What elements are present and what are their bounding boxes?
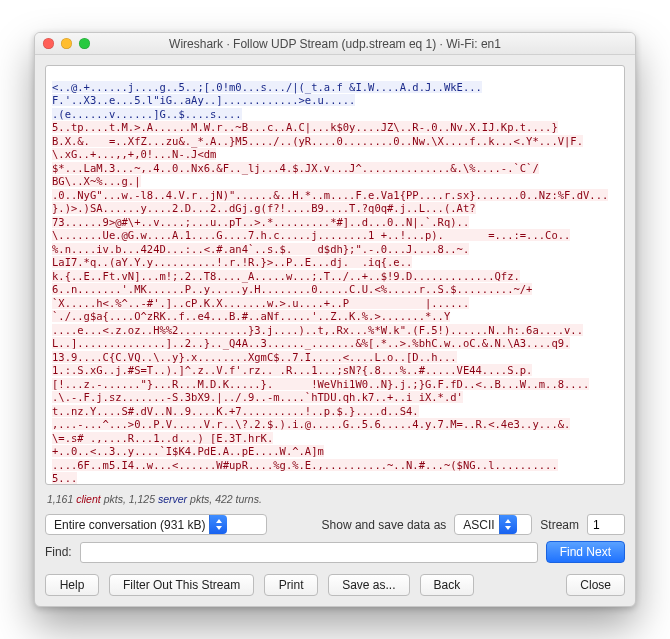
stream-line: +..0..<..3..y....`I$K4.PdE.A..pE....W.^.… bbox=[52, 445, 324, 457]
stream-line: }.)>.)SA......y....2.D...2..dGj.g(f?!...… bbox=[52, 202, 476, 214]
zoom-window-icon[interactable] bbox=[79, 38, 90, 49]
window-title: Wireshark · Follow UDP Stream (udp.strea… bbox=[169, 37, 501, 51]
print-button[interactable]: Print bbox=[264, 574, 318, 596]
stream-line: 1.:.S.xG..j.#S=T..).]^.z..V.f'.rz.. .R..… bbox=[52, 364, 532, 376]
stream-number-input[interactable] bbox=[587, 514, 625, 535]
help-button[interactable]: Help bbox=[45, 574, 99, 596]
packet-stats: 1,161 client pkts, 1,125 server pkts, 42… bbox=[47, 493, 623, 505]
close-window-icon[interactable] bbox=[43, 38, 54, 49]
stream-line: 5... bbox=[52, 472, 77, 484]
stream-line: \=.s# .,....R...1..d...) [E.3T.hrK. bbox=[52, 432, 273, 444]
stream-line: `X.....h<.%^..-#'.]..cP.K.X.......w.>.u.… bbox=[52, 297, 469, 309]
close-button[interactable]: Close bbox=[566, 574, 625, 596]
stream-line: ....e...<.z.oz..H%%2...........}3.j....)… bbox=[52, 324, 583, 336]
save-as-button[interactable]: Save as... bbox=[328, 574, 409, 596]
stream-line: L..]..............]..2..}.._Q4A..3......… bbox=[52, 337, 570, 349]
find-next-button[interactable]: Find Next bbox=[546, 541, 625, 563]
stream-line: ,...-...^...>0..P.V.....V.r..\?.2.$.).i.… bbox=[52, 418, 570, 430]
stream-dump-text: <..@.+......j....g..5..;[.0!m0...s.../|(… bbox=[52, 81, 618, 486]
stream-line: t..nz.Y....S#.dV..N..9....K.+7..........… bbox=[52, 405, 419, 417]
stream-line: B.X.&. =..XfZ...zu&._*.A..}M5..../..(yR.… bbox=[52, 135, 583, 147]
stream-line: .(e......v......]G..$....s.... bbox=[52, 108, 242, 120]
stream-line: \.xG..+...,,+,0!...N-.J<dm bbox=[52, 148, 216, 160]
stream-line: 6..n.......'.MK......P..y.....y.H.......… bbox=[52, 283, 532, 295]
titlebar: Wireshark · Follow UDP Stream (udp.strea… bbox=[35, 33, 635, 55]
filter-out-button[interactable]: Filter Out This Stream bbox=[109, 574, 254, 596]
stream-content-pane[interactable]: <..@.+......j....g..5..;[.0!m0...s.../|(… bbox=[45, 65, 625, 485]
chevron-updown-icon bbox=[209, 515, 227, 534]
stream-line: 5..tp....t.M.>.A......M.W.r..~B...c..A.C… bbox=[52, 121, 558, 133]
conversation-select[interactable]: Entire conversation (931 kB) bbox=[45, 514, 267, 535]
chevron-updown-icon bbox=[499, 515, 517, 534]
stream-line: <..@.+......j....g..5..;[.0!m0...s.../|(… bbox=[52, 81, 482, 93]
stream-line: %.n....iv.b...424D...:..<.#.an4`..s.$. d… bbox=[52, 243, 469, 255]
back-button[interactable]: Back bbox=[420, 574, 475, 596]
stream-line: ....6F..m5.I4..w...<......W#upR....%g.%.… bbox=[52, 459, 558, 471]
stream-line: 13.9....C{C.VQ..\..y}.x........XgmC$..7.… bbox=[52, 351, 457, 363]
format-select[interactable]: ASCII bbox=[454, 514, 532, 535]
stream-line: 73......9>@#\+..v....;...u..pT..>.*.....… bbox=[52, 216, 469, 228]
stream-label: Stream bbox=[540, 518, 579, 532]
minimize-window-icon[interactable] bbox=[61, 38, 72, 49]
stream-line: LaI7.*q..(aY.Y.y..........!.r.!R.}>..P..… bbox=[52, 256, 412, 268]
show-save-label: Show and save data as bbox=[322, 518, 447, 532]
stream-line: F.'..X3..e...5.l"iG..aAy..]............>… bbox=[52, 94, 355, 106]
stream-line: [!...z.-......"}...R...M.D.K.....}. !WeV… bbox=[52, 378, 589, 390]
stream-line: BG\..X~%...g.| bbox=[52, 175, 141, 187]
stream-line: .\.-.F.j.sz.......-S.3bX9.|../.9..-m....… bbox=[52, 391, 463, 403]
stream-line: $*...LaM.3...~,.4..0..Nx6.&F.._lj...4.$.… bbox=[52, 162, 539, 174]
stream-line: \.......Ue.@G.w....A.1....G....7.h.c....… bbox=[52, 229, 570, 241]
stream-line: .0..NyG"...w.-l8..4.V.r..jN)"......&..H.… bbox=[52, 189, 608, 201]
stream-line: k.{..E..Ft.vN]...m!;.2..T8...._A.....w..… bbox=[52, 270, 520, 282]
dialog-window: Wireshark · Follow UDP Stream (udp.strea… bbox=[34, 32, 636, 607]
traffic-lights bbox=[43, 38, 90, 49]
find-label: Find: bbox=[45, 545, 72, 559]
find-input[interactable] bbox=[80, 542, 538, 563]
stream-line: `./..g$a{....O^zRK..f..e4...B.#..aNf....… bbox=[52, 310, 450, 322]
